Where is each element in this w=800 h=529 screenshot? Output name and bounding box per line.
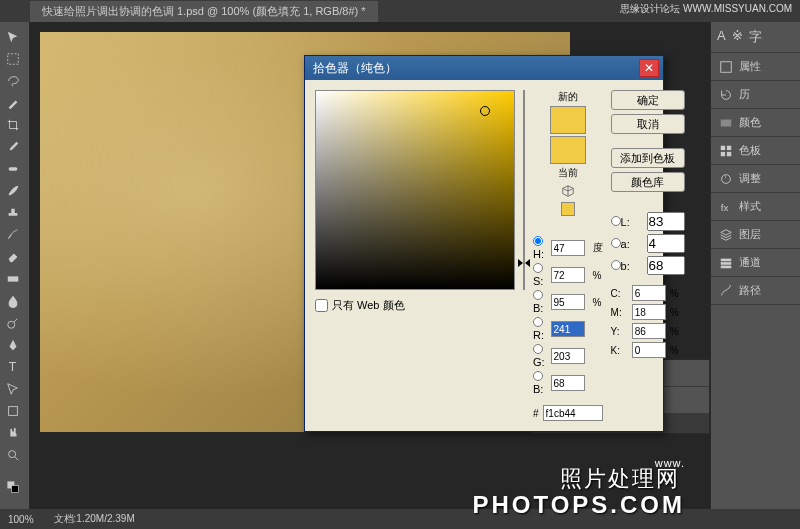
- hand-tool[interactable]: [0, 422, 26, 444]
- dialog-titlebar[interactable]: 拾色器（纯色） ✕: [305, 56, 663, 80]
- m-input[interactable]: [632, 304, 666, 320]
- current-label: 当前: [558, 166, 578, 180]
- cancel-button[interactable]: 取消: [611, 114, 685, 134]
- svg-text:T: T: [9, 360, 17, 374]
- color-field[interactable]: [315, 90, 515, 290]
- hue-arrow-icon: [525, 259, 530, 267]
- c-input[interactable]: [632, 285, 666, 301]
- blur-tool[interactable]: [0, 290, 26, 312]
- s-radio[interactable]: S:: [533, 263, 547, 287]
- web-only-input[interactable]: [315, 299, 328, 312]
- brush-tool[interactable]: [0, 180, 26, 202]
- new-color-swatch[interactable]: [550, 106, 586, 134]
- wand-tool[interactable]: [0, 92, 26, 114]
- svg-rect-1: [9, 167, 18, 171]
- glyph-panel-icon[interactable]: 字: [749, 28, 762, 46]
- panel-color[interactable]: 颜色: [711, 109, 800, 137]
- panel-channels[interactable]: 通道: [711, 249, 800, 277]
- lb-input[interactable]: [647, 256, 685, 275]
- history-brush-tool[interactable]: [0, 224, 26, 246]
- color-lib-button[interactable]: 颜色库: [611, 172, 685, 192]
- h-input[interactable]: [551, 240, 585, 256]
- hex-label: #: [533, 408, 539, 419]
- stamp-tool[interactable]: [0, 202, 26, 224]
- watermark-top: 思缘设计论坛 WWW.MISSYUAN.COM: [620, 2, 792, 16]
- svg-rect-13: [721, 151, 725, 155]
- r-input[interactable]: [551, 321, 585, 337]
- panel-paths[interactable]: 路径: [711, 277, 800, 305]
- panel-layers[interactable]: 图层: [711, 221, 800, 249]
- svg-rect-14: [727, 151, 731, 155]
- s-input[interactable]: [551, 267, 585, 283]
- svg-rect-5: [9, 407, 18, 416]
- watermark-brand: PHOTOPS.COM: [472, 491, 685, 519]
- g-radio[interactable]: G:: [533, 344, 547, 368]
- pen-tool[interactable]: [0, 334, 26, 356]
- ok-button[interactable]: 确定: [611, 90, 685, 110]
- b-input[interactable]: [551, 294, 585, 310]
- document-tab[interactable]: 快速给照片调出协调的色调 1.psd @ 100% (颜色填充 1, RGB/8…: [30, 1, 378, 22]
- svg-rect-18: [721, 262, 732, 265]
- svg-text:fx: fx: [721, 201, 729, 212]
- b-radio[interactable]: B:: [533, 290, 547, 314]
- r-radio[interactable]: R:: [533, 317, 547, 341]
- b2-input[interactable]: [551, 375, 585, 391]
- svg-rect-19: [721, 265, 732, 268]
- svg-point-3: [8, 321, 15, 328]
- cube-icon[interactable]: [561, 184, 575, 198]
- panel-swatches[interactable]: 色板: [711, 137, 800, 165]
- new-label: 新的: [558, 90, 578, 104]
- svg-rect-9: [721, 61, 732, 72]
- panel-properties[interactable]: 属性: [711, 53, 800, 81]
- add-swatch-button[interactable]: 添加到色板: [611, 148, 685, 168]
- g-input[interactable]: [551, 348, 585, 364]
- lb-radio[interactable]: b:: [611, 260, 643, 272]
- panel-adjustments[interactable]: 调整: [711, 165, 800, 193]
- crop-tool[interactable]: [0, 114, 26, 136]
- char-panel-icon[interactable]: A: [717, 28, 726, 46]
- hex-input[interactable]: [543, 405, 603, 421]
- panel-history[interactable]: 历: [711, 81, 800, 109]
- color-swatches[interactable]: [0, 472, 26, 502]
- picker-marker: [480, 106, 490, 116]
- color-picker-dialog: 拾色器（纯色） ✕ 只有 Web 颜色 新的 当前: [304, 55, 664, 432]
- svg-rect-12: [727, 145, 731, 149]
- panel-styles[interactable]: fx样式: [711, 193, 800, 221]
- move-tool[interactable]: [0, 26, 26, 48]
- svg-point-6: [9, 451, 16, 458]
- svg-rect-17: [721, 258, 732, 261]
- l-radio[interactable]: L:: [611, 216, 643, 228]
- eyedropper-tool[interactable]: [0, 136, 26, 158]
- doc-size: 文档:1.20M/2.39M: [54, 512, 135, 526]
- gradient-tool[interactable]: [0, 268, 26, 290]
- a-radio[interactable]: a:: [611, 238, 643, 250]
- zoom-level[interactable]: 100%: [8, 514, 34, 525]
- k-input[interactable]: [632, 342, 666, 358]
- eraser-tool[interactable]: [0, 246, 26, 268]
- right-panels: A ※ 字 属性 历 颜色 色板 调整 fx样式 图层 通道 路径: [710, 22, 800, 509]
- dialog-title: 拾色器（纯色）: [313, 60, 397, 77]
- svg-rect-8: [12, 486, 19, 493]
- zoom-tool[interactable]: [0, 444, 26, 466]
- path-tool[interactable]: [0, 378, 26, 400]
- svg-rect-2: [8, 276, 19, 281]
- y-input[interactable]: [632, 323, 666, 339]
- type-tool[interactable]: T: [0, 356, 26, 378]
- shape-tool[interactable]: [0, 400, 26, 422]
- b2-radio[interactable]: B:: [533, 371, 547, 395]
- l-input[interactable]: [647, 212, 685, 231]
- web-only-checkbox[interactable]: 只有 Web 颜色: [315, 298, 515, 313]
- dodge-tool[interactable]: [0, 312, 26, 334]
- para-panel-icon[interactable]: ※: [732, 28, 743, 46]
- svg-rect-11: [721, 145, 725, 149]
- hue-slider[interactable]: [523, 90, 525, 290]
- marquee-tool[interactable]: [0, 48, 26, 70]
- h-radio[interactable]: H:: [533, 236, 547, 260]
- close-button[interactable]: ✕: [639, 59, 659, 77]
- hue-arrow-icon: [518, 259, 523, 267]
- a-input[interactable]: [647, 234, 685, 253]
- current-color-swatch[interactable]: [550, 136, 586, 164]
- heal-tool[interactable]: [0, 158, 26, 180]
- websafe-swatch[interactable]: [561, 202, 575, 216]
- lasso-tool[interactable]: [0, 70, 26, 92]
